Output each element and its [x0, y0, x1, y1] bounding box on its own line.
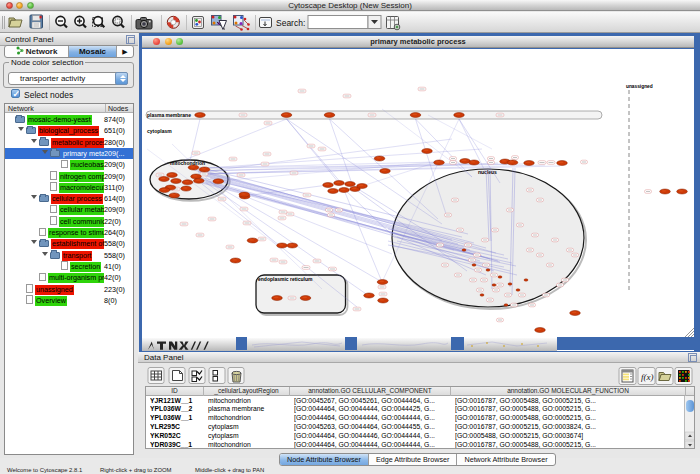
svg-text:f(x): f(x)	[641, 372, 654, 382]
svg-text:unassigned: unassigned	[626, 84, 653, 89]
svg-text:cytoplasm: cytoplasm	[147, 128, 172, 134]
svg-text:mitochondrion: mitochondrion	[170, 160, 205, 166]
svg-text:Search:: Search:	[276, 18, 305, 28]
svg-text:plasma membrane: plasma membrane	[147, 112, 191, 118]
svg-text:endoplasmic reticulum: endoplasmic reticulum	[258, 276, 313, 282]
